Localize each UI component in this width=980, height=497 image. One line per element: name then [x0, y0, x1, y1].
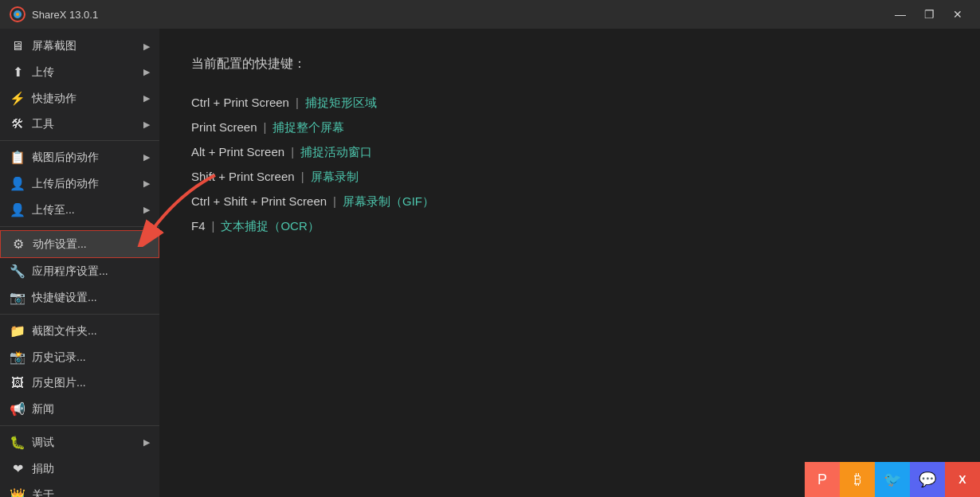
content-area: 当前配置的快捷键： Ctrl + Print Screen | 捕捉矩形区域 P… [159, 29, 980, 497]
sidebar-item-tools[interactable]: 🛠 工具 ▶ [0, 112, 159, 137]
shortcut-desc-4: 屏幕录制 [311, 166, 359, 187]
upload-to-icon: 👤 [10, 202, 25, 217]
sidebar-label-after-capture: 截图后的动作 [32, 151, 137, 165]
after-capture-icon: 📋 [10, 150, 25, 165]
shortcut-line-5: Ctrl + Shift + Print Screen | 屏幕录制（GIF） [191, 190, 948, 212]
sidebar-item-app-settings[interactable]: 🔧 应用程序设置... [0, 258, 159, 284]
sidebar-item-about[interactable]: 👑 关于 [0, 482, 159, 497]
arrow-icon-after-capture: ▶ [143, 152, 150, 162]
shortcut-line-3: Alt + Print Screen | 捕捉活动窗口 [191, 141, 948, 162]
shortcut-desc-6: 文本捕捉（OCR） [221, 215, 319, 237]
separator-2 [0, 226, 159, 227]
shortcut-sep-4: | [301, 166, 304, 187]
title-bar-left: ShareX 13.0.1 [10, 6, 98, 22]
sidebar-item-upload-to[interactable]: 👤 上传至... ▶ [0, 197, 159, 223]
shortcut-desc-5: 屏幕录制（GIF） [343, 190, 434, 212]
app-icon [10, 6, 25, 22]
social-bar: P ₿ 🐦 💬 X [805, 462, 980, 497]
sidebar-label-news: 新闻 [32, 402, 150, 417]
screenshot-icon: 🖥 [10, 39, 25, 53]
sharex-button[interactable]: X [945, 462, 980, 497]
action-settings-icon: ⚙ [10, 237, 26, 252]
donate-icon: ❤ [10, 461, 25, 476]
shortcut-line-2: Print Screen | 捕捉整个屏幕 [191, 116, 948, 138]
sidebar-item-screenshot-folder[interactable]: 📁 截图文件夹... [0, 318, 159, 344]
sidebar-label-debug: 调试 [32, 436, 137, 450]
bitcoin-button[interactable]: ₿ [840, 462, 875, 497]
arrow-icon-tools: ▶ [143, 119, 150, 130]
sidebar-item-screenshot[interactable]: 🖥 屏幕截图 ▶ [0, 33, 159, 59]
sidebar-label-upload: 上传 [32, 65, 137, 80]
content-title: 当前配置的快捷键： [191, 53, 948, 76]
sidebar-label-upload-to: 上传至... [32, 203, 137, 217]
minimize-button[interactable]: — [888, 5, 913, 24]
shortcut-desc-3: 捕捉活动窗口 [300, 141, 372, 162]
sidebar-label-history: 历史记录... [32, 350, 150, 365]
sidebar-item-after-upload[interactable]: 👤 上传后的动作 ▶ [0, 170, 159, 197]
main-layout: 🖥 屏幕截图 ▶ ⬆ 上传 ▶ ⚡ 快捷动作 ▶ 🛠 工具 ▶ 📋 截图后的动作… [0, 29, 980, 497]
shortcut-key-2: Print Screen [191, 116, 257, 138]
sidebar-item-history[interactable]: 📸 历史记录... [0, 344, 159, 370]
sidebar-item-hotkeys[interactable]: 📷 快捷键设置... [0, 284, 159, 311]
sidebar-item-quick-actions[interactable]: ⚡ 快捷动作 ▶ [0, 85, 159, 112]
arrow-icon-after-upload: ▶ [143, 178, 150, 189]
sidebar-label-about: 关于 [32, 488, 150, 498]
sidebar-label-donate: 捐助 [32, 462, 150, 476]
tools-icon: 🛠 [10, 117, 25, 131]
patreon-button[interactable]: P [805, 462, 840, 497]
shortcut-line-4: Shift + Print Screen | 屏幕录制 [191, 166, 948, 187]
app-title: ShareX 13.0.1 [32, 9, 98, 21]
sidebar: 🖥 屏幕截图 ▶ ⬆ 上传 ▶ ⚡ 快捷动作 ▶ 🛠 工具 ▶ 📋 截图后的动作… [0, 29, 159, 497]
discord-icon: 💬 [919, 471, 936, 488]
arrow-icon-upload: ▶ [143, 67, 150, 77]
arrow-icon-debug: ▶ [143, 437, 150, 448]
maximize-button[interactable]: ❐ [916, 5, 942, 24]
sidebar-item-after-capture[interactable]: 📋 截图后的动作 ▶ [0, 144, 159, 170]
about-icon: 👑 [10, 487, 25, 497]
history-icon: 📸 [10, 350, 25, 365]
image-history-icon: 🖼 [10, 376, 25, 390]
separator-3 [0, 314, 159, 315]
separator-4 [0, 425, 159, 426]
shortcut-sep-6: | [212, 215, 215, 237]
svg-point-2 [16, 13, 19, 16]
sidebar-label-action-settings: 动作设置... [33, 237, 149, 252]
sidebar-item-action-settings[interactable]: ⚙ 动作设置... [0, 230, 159, 258]
shortcut-key-4: Shift + Print Screen [191, 166, 295, 187]
shortcut-key-3: Alt + Print Screen [191, 141, 284, 162]
hotkeys-icon: 📷 [10, 290, 25, 305]
arrow-icon-upload-to: ▶ [143, 205, 150, 215]
twitter-button[interactable]: 🐦 [875, 462, 910, 497]
close-button[interactable]: ✕ [945, 5, 970, 24]
shortcut-desc-1: 捕捉矩形区域 [305, 92, 377, 113]
sidebar-label-quick-actions: 快捷动作 [32, 92, 137, 106]
sidebar-item-image-history[interactable]: 🖼 历史图片... [0, 370, 159, 396]
upload-icon: ⬆ [10, 65, 25, 80]
shortcut-sep-2: | [264, 116, 267, 138]
shortcut-key-6: F4 [191, 215, 206, 237]
window-controls: — ❐ ✕ [888, 5, 970, 24]
shortcut-key-1: Ctrl + Print Screen [191, 92, 289, 113]
shortcut-sep-5: | [333, 190, 336, 212]
sidebar-label-app-settings: 应用程序设置... [32, 264, 150, 279]
sidebar-label-screenshot: 屏幕截图 [32, 39, 137, 53]
shortcut-key-5: Ctrl + Shift + Print Screen [191, 190, 327, 212]
separator-1 [0, 140, 159, 141]
shortcut-sep-3: | [291, 141, 294, 162]
sidebar-item-debug[interactable]: 🐛 调试 ▶ [0, 429, 159, 456]
screenshot-folder-icon: 📁 [10, 323, 25, 339]
sidebar-item-donate[interactable]: ❤ 捐助 [0, 456, 159, 482]
news-icon: 📢 [10, 401, 25, 417]
patreon-icon: P [817, 472, 827, 488]
after-upload-icon: 👤 [10, 176, 25, 191]
shortcut-sep-1: | [296, 92, 299, 113]
sidebar-label-tools: 工具 [32, 117, 137, 131]
discord-button[interactable]: 💬 [910, 462, 945, 497]
sidebar-item-news[interactable]: 📢 新闻 [0, 396, 159, 422]
arrow-icon-quick-actions: ▶ [143, 93, 150, 104]
sidebar-item-upload[interactable]: ⬆ 上传 ▶ [0, 59, 159, 85]
title-bar: ShareX 13.0.1 — ❐ ✕ [0, 0, 980, 29]
shortcut-line-1: Ctrl + Print Screen | 捕捉矩形区域 [191, 92, 948, 113]
sidebar-label-hotkeys: 快捷键设置... [32, 291, 150, 305]
arrow-icon-screenshot: ▶ [143, 41, 150, 52]
